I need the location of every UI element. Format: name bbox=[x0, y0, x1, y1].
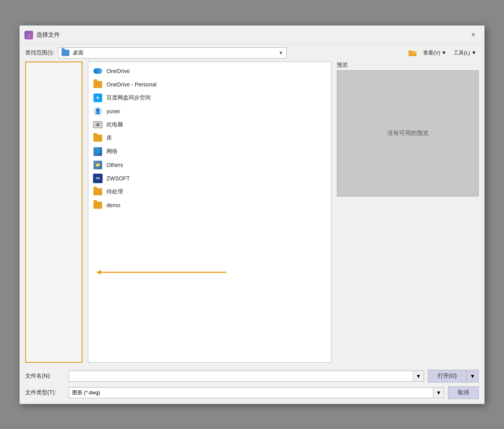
list-item-name: ZWSOFT bbox=[106, 175, 130, 182]
library-icon bbox=[93, 133, 103, 143]
arrow-annotation bbox=[92, 265, 234, 279]
open-button[interactable]: 打开(O) bbox=[428, 370, 466, 382]
open-btn-wrapper: 打开(O) ▼ bbox=[428, 370, 479, 382]
filename-input-wrapper: ▼ bbox=[69, 371, 424, 382]
user-icon: 👤 bbox=[93, 107, 103, 116]
toolbar-row: 查找范围(I): 桌面 ▼ 查看(V) ▼ 工具(L) ▼ bbox=[20, 44, 484, 62]
zwsoft-icon: ZW bbox=[93, 174, 103, 183]
app-icon: ♪ bbox=[24, 31, 33, 39]
filename-label: 文件名(N): bbox=[25, 373, 65, 380]
svg-marker-5 bbox=[96, 270, 101, 275]
list-item[interactable]: 📁Others bbox=[88, 158, 331, 172]
close-button[interactable]: × bbox=[468, 30, 479, 41]
list-item[interactable]: 库 bbox=[88, 131, 331, 145]
onedrive-icon bbox=[93, 66, 103, 76]
list-item-name: 库 bbox=[106, 135, 112, 142]
list-item[interactable]: OneDrive bbox=[88, 64, 331, 78]
list-item[interactable]: demo bbox=[88, 199, 331, 212]
preview-panel: 预览 没有可用的预览 bbox=[337, 62, 479, 363]
folder-blue-icon bbox=[62, 50, 69, 56]
preview-box: 没有可用的预览 bbox=[337, 70, 479, 197]
preview-label: 预览 bbox=[337, 62, 479, 69]
open-dropdown-arrow[interactable]: ▼ bbox=[466, 370, 479, 382]
dialog-title: 选择文件 bbox=[36, 31, 60, 39]
list-item-name: yuner bbox=[106, 108, 120, 114]
bottom-form: 文件名(N): ▼ 打开(O) ▼ 文件类型(T): ▼ 取消 bbox=[20, 367, 484, 404]
list-item[interactable]: 待处理 bbox=[88, 185, 331, 199]
list-item-name: 此电脑 bbox=[106, 121, 123, 128]
list-item[interactable]: B百度网盘同步空间 bbox=[88, 91, 331, 105]
current-folder-text: 桌面 bbox=[73, 49, 275, 56]
filetype-dropdown-arrow[interactable]: ▼ bbox=[433, 387, 444, 398]
filetype-input[interactable] bbox=[69, 387, 433, 398]
file-list-area: OneDriveOneDrive - PersonalB百度网盘同步空间👤yun… bbox=[88, 62, 331, 363]
cancel-button[interactable]: 取消 bbox=[448, 386, 479, 399]
list-item-name: Others bbox=[106, 162, 123, 168]
look-in-label: 查找范围(I): bbox=[25, 49, 54, 56]
filetype-label: 文件类型(T): bbox=[25, 389, 65, 396]
folder-gold-icon bbox=[93, 80, 103, 89]
filename-dropdown-arrow[interactable]: ▼ bbox=[413, 371, 424, 382]
network-icon: 🌐 bbox=[93, 147, 103, 156]
main-content: OneDriveOneDrive - PersonalB百度网盘同步空间👤yun… bbox=[20, 62, 484, 367]
filetype-row: 文件类型(T): ▼ 取消 bbox=[25, 386, 479, 399]
resize-handle[interactable]: ⋱ bbox=[479, 398, 483, 403]
computer-icon: 🖥 bbox=[93, 120, 103, 129]
tools-arrow-icon: ▼ bbox=[471, 50, 476, 56]
folder-open-icon bbox=[408, 49, 417, 56]
folder-sm-icon bbox=[93, 200, 103, 210]
baidu-icon: B bbox=[93, 93, 103, 103]
folder-nav-button[interactable] bbox=[407, 47, 418, 58]
filetype-input-wrapper: ▼ bbox=[69, 387, 444, 398]
svg-rect-1 bbox=[409, 51, 412, 52]
others-icon: 📁 bbox=[93, 160, 103, 170]
list-item[interactable]: ZWZWSOFT bbox=[88, 172, 331, 185]
view-label: 查看(V) bbox=[423, 49, 440, 56]
filename-row: 文件名(N): ▼ 打开(O) ▼ bbox=[25, 370, 479, 382]
view-button[interactable]: 查看(V) ▼ bbox=[421, 48, 449, 58]
list-item[interactable]: OneDrive - Personal bbox=[88, 78, 331, 91]
list-item-name: 待处理 bbox=[106, 188, 123, 195]
list-item[interactable]: 👤yuner bbox=[88, 105, 331, 118]
folder-sm-icon bbox=[93, 187, 103, 197]
filename-input[interactable] bbox=[69, 371, 413, 382]
title-left: ♪ 选择文件 bbox=[24, 31, 60, 39]
select-file-dialog: ♪ 选择文件 × 查找范围(I): 桌面 ▼ 查看(V) ▼ bbox=[19, 25, 485, 404]
toolbar-right: 查看(V) ▼ 工具(L) ▼ bbox=[407, 47, 479, 58]
title-bar: ♪ 选择文件 × bbox=[20, 26, 484, 44]
tools-label: 工具(L) bbox=[454, 49, 470, 56]
list-item-name: demo bbox=[106, 202, 120, 208]
no-preview-text: 没有可用的预览 bbox=[387, 129, 429, 137]
view-arrow-icon: ▼ bbox=[441, 50, 446, 56]
list-item[interactable]: 🖥此电脑 bbox=[88, 118, 331, 131]
tools-button[interactable]: 工具(L) ▼ bbox=[451, 48, 479, 58]
list-item-name: OneDrive bbox=[106, 68, 130, 74]
list-item-name: 网络 bbox=[106, 148, 118, 155]
look-in-dropdown[interactable]: 桌面 ▼ bbox=[58, 47, 287, 58]
list-item-name: OneDrive - Personal bbox=[106, 81, 157, 88]
dropdown-arrow-icon: ▼ bbox=[278, 50, 283, 56]
file-list[interactable]: OneDriveOneDrive - PersonalB百度网盘同步空间👤yun… bbox=[88, 62, 331, 363]
sidebar bbox=[25, 62, 82, 363]
list-item-name: 百度网盘同步空间 bbox=[106, 94, 151, 101]
svg-rect-2 bbox=[409, 53, 415, 54]
list-item[interactable]: 🌐网络 bbox=[88, 145, 331, 158]
